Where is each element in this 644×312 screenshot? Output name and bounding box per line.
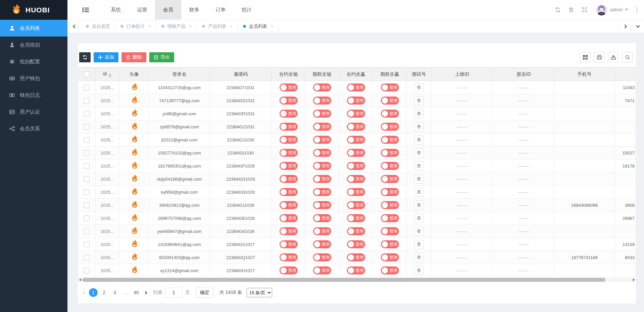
status-toggle[interactable]: 禁用 (280, 123, 298, 131)
sidebar-item-0[interactable]: 会员列表 (0, 20, 67, 37)
brand-logo[interactable]: HUOBI (0, 0, 67, 20)
status-toggle[interactable]: 禁用 (313, 201, 331, 209)
row-checkbox[interactable] (84, 150, 90, 156)
nav-item-5[interactable]: 统计 (234, 0, 260, 19)
status-toggle[interactable]: 禁用 (347, 83, 365, 91)
page-button-1[interactable]: 1 (89, 288, 98, 297)
status-toggle[interactable]: 禁用 (381, 201, 399, 209)
row-checkbox[interactable] (84, 111, 90, 117)
row-checkbox[interactable] (84, 268, 90, 273)
row-checkbox[interactable] (84, 242, 90, 247)
tab-close-icon[interactable]: × (230, 24, 233, 29)
status-toggle[interactable]: 禁用 (381, 240, 399, 248)
status-toggle[interactable]: 禁用 (313, 97, 331, 105)
test-flag-button[interactable]: 否 (414, 201, 424, 210)
tabs-scroll-left-button[interactable] (67, 20, 81, 33)
add-button[interactable]: 添加 (94, 52, 118, 62)
status-toggle[interactable]: 禁用 (347, 201, 365, 209)
status-toggle[interactable]: 禁用 (381, 188, 399, 196)
row-checkbox[interactable] (84, 124, 90, 130)
row-checkbox[interactable] (84, 189, 90, 195)
tab-2[interactable]: 理财产品 × (156, 20, 197, 33)
status-toggle[interactable]: 禁用 (313, 253, 331, 261)
status-toggle[interactable]: 禁用 (381, 83, 399, 91)
status-toggle[interactable]: 禁用 (313, 136, 331, 144)
status-toggle[interactable]: 禁用 (280, 253, 298, 261)
status-toggle[interactable]: 禁用 (280, 188, 298, 196)
username-label[interactable]: admin (610, 7, 623, 12)
nav-item-0[interactable]: 系统 (103, 0, 129, 19)
nav-item-3[interactable]: 财务 (181, 0, 207, 19)
status-toggle[interactable]: 禁用 (280, 83, 298, 91)
tab-4[interactable]: 会员列表 × (238, 20, 279, 33)
nav-item-4[interactable]: 订单 (207, 0, 234, 19)
scroll-right-arrow-icon[interactable] (632, 278, 636, 282)
status-toggle[interactable]: 禁用 (381, 175, 399, 183)
goto-page-input[interactable] (165, 288, 183, 298)
refresh-button[interactable] (79, 52, 91, 62)
status-toggle[interactable]: 禁用 (347, 136, 365, 144)
status-toggle[interactable]: 禁用 (280, 266, 298, 274)
test-flag-button[interactable]: 否 (414, 175, 424, 184)
status-toggle[interactable]: 禁用 (381, 97, 399, 105)
tab-3[interactable]: 产品列表 × (197, 20, 238, 33)
row-checkbox[interactable] (84, 176, 90, 182)
status-toggle[interactable]: 禁用 (347, 266, 365, 274)
horizontal-scrollbar[interactable] (78, 278, 636, 282)
test-flag-button[interactable]: 否 (414, 266, 424, 275)
refresh-icon[interactable] (551, 3, 564, 16)
status-toggle[interactable]: 禁用 (347, 97, 365, 105)
row-checkbox[interactable] (84, 215, 90, 221)
status-toggle[interactable]: 禁用 (313, 162, 331, 170)
row-checkbox[interactable] (84, 98, 90, 104)
columns-icon[interactable] (580, 52, 590, 62)
tabs-menu-button[interactable] (632, 20, 644, 33)
status-toggle[interactable]: 禁用 (313, 123, 331, 131)
test-flag-button[interactable]: 否 (414, 188, 424, 197)
row-checkbox[interactable] (84, 202, 90, 208)
status-toggle[interactable]: 禁用 (313, 227, 331, 235)
prev-page-button[interactable] (79, 288, 88, 297)
status-toggle[interactable]: 禁用 (347, 162, 365, 170)
status-toggle[interactable]: 禁用 (280, 110, 298, 118)
status-toggle[interactable]: 禁用 (313, 83, 331, 91)
row-checkbox[interactable] (84, 163, 90, 169)
test-flag-button[interactable]: 否 (414, 240, 424, 249)
status-toggle[interactable]: 禁用 (280, 227, 298, 235)
status-toggle[interactable]: 禁用 (313, 240, 331, 248)
status-toggle[interactable]: 禁用 (381, 136, 399, 144)
row-checkbox[interactable] (84, 137, 90, 143)
status-toggle[interactable]: 禁用 (381, 110, 399, 118)
status-toggle[interactable]: 禁用 (313, 149, 331, 157)
status-toggle[interactable]: 禁用 (381, 123, 399, 131)
row-checkbox[interactable] (84, 255, 90, 260)
test-flag-button[interactable]: 否 (414, 96, 424, 105)
status-toggle[interactable]: 禁用 (347, 240, 365, 248)
select-all-checkbox[interactable] (84, 71, 90, 77)
confirm-button[interactable]: 确定 (196, 288, 213, 298)
export-data-icon[interactable] (608, 52, 618, 62)
status-toggle[interactable]: 禁用 (280, 162, 298, 170)
row-checkbox[interactable] (84, 85, 90, 90)
status-toggle[interactable]: 禁用 (280, 201, 298, 209)
sidebar-item-5[interactable]: 用户认证 (0, 104, 67, 120)
status-toggle[interactable]: 禁用 (347, 214, 365, 222)
tab-close-icon[interactable]: × (189, 24, 192, 29)
status-toggle[interactable]: 禁用 (381, 214, 399, 222)
tab-close-icon[interactable]: × (271, 24, 274, 29)
status-toggle[interactable]: 禁用 (347, 149, 365, 157)
status-toggle[interactable]: 禁用 (347, 188, 365, 196)
test-flag-button[interactable]: 否 (414, 148, 424, 158)
status-toggle[interactable]: 禁用 (280, 240, 298, 248)
export-button[interactable]: 导出 (149, 52, 174, 62)
status-toggle[interactable]: 禁用 (280, 136, 298, 144)
user-caret-down-icon[interactable] (625, 9, 628, 11)
nav-item-1[interactable]: 运营 (129, 0, 155, 19)
page-button-95[interactable]: 95 (132, 288, 141, 297)
test-flag-button[interactable]: 否 (414, 122, 424, 131)
status-toggle[interactable]: 禁用 (313, 214, 331, 222)
nav-item-2[interactable]: 会员 (155, 0, 181, 19)
print-icon[interactable] (594, 52, 604, 62)
next-page-button[interactable] (142, 288, 150, 297)
status-toggle[interactable]: 禁用 (313, 175, 331, 183)
